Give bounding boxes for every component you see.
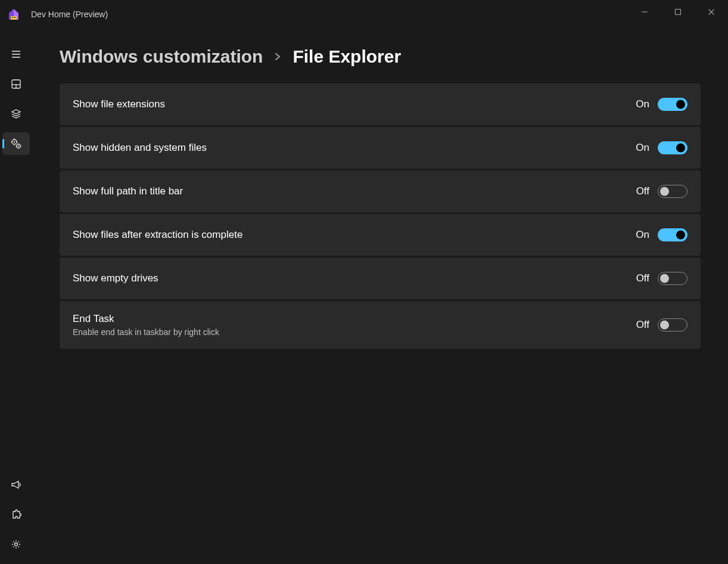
sidebar-item-environments[interactable] bbox=[2, 103, 30, 125]
svg-rect-2 bbox=[14, 17, 16, 18]
breadcrumb-current: File Explorer bbox=[293, 47, 401, 67]
setting-text: Show files after extraction is complete bbox=[73, 229, 242, 241]
breadcrumb: Windows customization File Explorer bbox=[60, 47, 701, 67]
setting-control: Off bbox=[636, 185, 687, 198]
toggle-state-label: Off bbox=[636, 319, 649, 331]
app-icon bbox=[7, 8, 20, 21]
dashboard-icon bbox=[11, 79, 21, 89]
sidebar-bottom bbox=[0, 473, 32, 556]
hamburger-icon bbox=[11, 49, 21, 60]
stack-icon bbox=[11, 109, 21, 119]
sidebar-item-dashboard[interactable] bbox=[2, 73, 30, 95]
setting-subtitle: Enable end task in taskbar by right clic… bbox=[73, 327, 219, 337]
sidebar-top bbox=[0, 43, 32, 155]
puzzle-icon bbox=[11, 509, 21, 520]
toggle-switch-show-hidden-files[interactable] bbox=[658, 141, 687, 154]
toggle-switch-show-file-extensions[interactable] bbox=[658, 98, 687, 111]
app-title: Dev Home (Preview) bbox=[31, 10, 108, 19]
setting-text: End TaskEnable end task in taskbar by ri… bbox=[73, 313, 219, 337]
svg-rect-4 bbox=[676, 10, 681, 15]
sidebar-item-windows-customization[interactable] bbox=[2, 132, 30, 155]
setting-control: On bbox=[636, 141, 687, 154]
svg-point-14 bbox=[14, 141, 15, 142]
setting-title: Show empty drives bbox=[73, 272, 158, 284]
svg-point-20 bbox=[18, 145, 19, 147]
chevron-right-icon bbox=[273, 52, 282, 61]
toggle-switch-show-empty-drives[interactable] bbox=[658, 272, 687, 285]
main-content: Windows customization File Explorer Show… bbox=[32, 29, 728, 564]
close-button[interactable] bbox=[695, 0, 728, 24]
toggle-thumb bbox=[660, 187, 669, 196]
setting-title: Show file extensions bbox=[73, 98, 165, 110]
breadcrumb-parent[interactable]: Windows customization bbox=[60, 47, 263, 67]
setting-control: On bbox=[636, 98, 687, 111]
body-area: Windows customization File Explorer Show… bbox=[0, 29, 728, 564]
setting-row-end-task: End TaskEnable end task in taskbar by ri… bbox=[60, 301, 701, 349]
setting-title: Show files after extraction is complete bbox=[73, 229, 242, 241]
toggle-thumb bbox=[676, 100, 685, 109]
toggle-switch-end-task[interactable] bbox=[658, 318, 687, 331]
toggle-switch-show-full-path[interactable] bbox=[658, 185, 687, 198]
maximize-button[interactable] bbox=[661, 0, 695, 24]
toggle-state-label: On bbox=[636, 229, 649, 241]
titlebar: Dev Home (Preview) bbox=[0, 0, 728, 29]
svg-rect-1 bbox=[12, 17, 14, 18]
sidebar-item-settings[interactable] bbox=[2, 533, 30, 556]
setting-title: Show full path in title bar bbox=[73, 185, 183, 197]
setting-row-show-empty-drives: Show empty drivesOff bbox=[60, 258, 701, 299]
toggle-thumb bbox=[676, 231, 685, 240]
toggle-thumb bbox=[660, 274, 669, 283]
setting-text: Show empty drives bbox=[73, 272, 158, 284]
megaphone-icon bbox=[11, 479, 21, 490]
setting-control: Off bbox=[636, 272, 687, 285]
toggle-switch-show-after-extraction[interactable] bbox=[658, 228, 687, 241]
setting-row-show-file-extensions: Show file extensionsOn bbox=[60, 83, 701, 125]
gears-icon bbox=[10, 138, 22, 150]
toggle-thumb bbox=[676, 144, 685, 153]
sidebar-item-feedback[interactable] bbox=[2, 473, 30, 496]
setting-row-show-full-path: Show full path in title barOff bbox=[60, 171, 701, 212]
sidebar-hamburger[interactable] bbox=[2, 43, 30, 66]
toggle-state-label: Off bbox=[636, 185, 649, 197]
setting-text: Show full path in title bar bbox=[73, 185, 183, 197]
svg-point-25 bbox=[15, 543, 18, 546]
setting-control: On bbox=[636, 228, 687, 241]
setting-row-show-after-extraction: Show files after extraction is completeO… bbox=[60, 214, 701, 256]
setting-row-show-hidden-files: Show hidden and system filesOn bbox=[60, 127, 701, 169]
toggle-state-label: On bbox=[636, 142, 649, 154]
sidebar-item-extensions[interactable] bbox=[2, 503, 30, 526]
minimize-button[interactable] bbox=[628, 0, 661, 24]
setting-title: End Task bbox=[73, 313, 219, 325]
setting-text: Show hidden and system files bbox=[73, 142, 207, 154]
toggle-state-label: On bbox=[636, 98, 649, 110]
toggle-state-label: Off bbox=[636, 272, 649, 284]
titlebar-left: Dev Home (Preview) bbox=[7, 8, 108, 21]
setting-title: Show hidden and system files bbox=[73, 142, 207, 154]
settings-icon bbox=[11, 539, 21, 550]
toggle-thumb bbox=[660, 321, 669, 330]
window-controls bbox=[628, 0, 728, 29]
settings-list: Show file extensionsOnShow hidden and sy… bbox=[60, 83, 701, 349]
setting-text: Show file extensions bbox=[73, 98, 165, 110]
sidebar bbox=[0, 29, 32, 564]
setting-control: Off bbox=[636, 318, 687, 331]
